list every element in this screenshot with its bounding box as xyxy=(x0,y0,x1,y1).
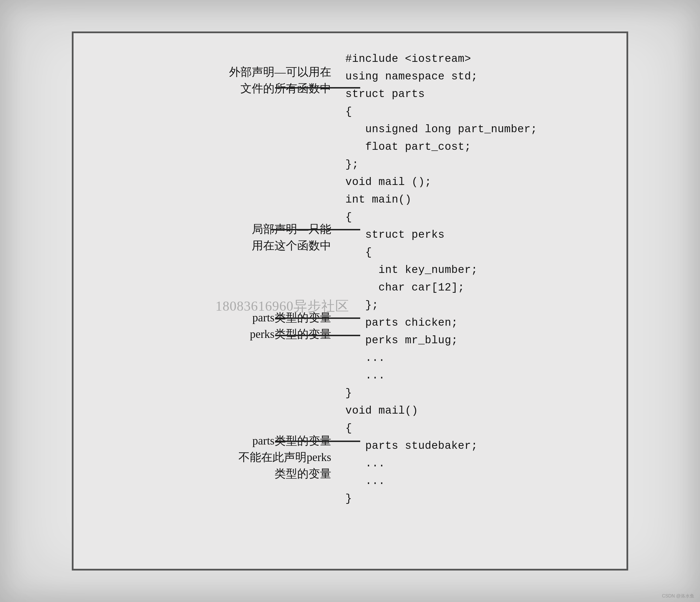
annotation-text: 文件的所有函数中 xyxy=(229,80,331,97)
code-line: int key_number; xyxy=(346,264,478,276)
code-line: ... xyxy=(346,369,385,382)
code-line: unsigned long part_number; xyxy=(346,123,538,135)
code-line: void mail (); xyxy=(346,176,431,188)
figure-content: 外部声明—可以用在 文件的所有函数中 局部声明—只能 用在这个函数中 parts… xyxy=(93,50,607,552)
code-line: #include <iostream> xyxy=(346,53,471,65)
code-line: struct parts xyxy=(346,88,425,100)
figure-panel: 外部声明—可以用在 文件的所有函数中 局部声明—只能 用在这个函数中 parts… xyxy=(72,31,628,571)
code-column: #include <iostream> using namespace std;… xyxy=(340,50,607,552)
page-shadow-frame: 外部声明—可以用在 文件的所有函数中 局部声明—只能 用在这个函数中 parts… xyxy=(0,0,700,602)
annotations-column: 外部声明—可以用在 文件的所有函数中 局部声明—只能 用在这个函数中 parts… xyxy=(93,50,340,552)
code-line: char car[12]; xyxy=(346,282,465,294)
code-line: } xyxy=(346,493,352,505)
code-line: float part_cost; xyxy=(346,141,471,153)
code-line: parts studebaker; xyxy=(346,440,478,452)
code-line: { xyxy=(346,422,352,434)
annotation-parts-perks-vars: parts类型的变量 perks类型的变量 xyxy=(250,310,331,342)
code-line: struct perks xyxy=(346,229,445,241)
code-line: ... xyxy=(346,457,385,470)
code-line: ... xyxy=(346,475,385,487)
code-block: #include <iostream> using namespace std;… xyxy=(346,50,607,507)
code-line: { xyxy=(346,106,352,118)
annotation-local-decl: 局部声明—只能 用在这个函数中 xyxy=(252,221,331,254)
code-line: ... xyxy=(346,352,385,364)
code-line: { xyxy=(346,246,372,258)
connector-line xyxy=(275,441,360,442)
connector-line xyxy=(275,317,360,319)
code-line: int main() xyxy=(346,193,411,206)
code-line: parts chicken; xyxy=(346,317,458,329)
code-line: perks mr_blug; xyxy=(346,334,458,346)
annotation-text: perks类型的变量 xyxy=(250,326,331,342)
annotation-parts-no-perks: parts类型的变量 不能在此声明perks 类型的变量 xyxy=(239,433,331,482)
code-line: void mail() xyxy=(346,404,418,417)
code-line: }; xyxy=(346,158,359,171)
annotation-text: 外部声明—可以用在 xyxy=(229,64,331,80)
code-line: { xyxy=(346,211,352,223)
connector-line xyxy=(271,229,360,230)
source-watermark: CSDN @洛水鱼 xyxy=(662,593,694,599)
connector-line xyxy=(275,335,360,336)
annotation-text: 类型的变量 xyxy=(239,466,331,482)
annotation-external-decl: 外部声明—可以用在 文件的所有函数中 xyxy=(229,64,331,97)
annotation-text: 不能在此声明perks xyxy=(239,449,331,466)
code-line: using namespace std; xyxy=(346,70,478,83)
code-line: }; xyxy=(346,299,379,311)
code-line: } xyxy=(346,387,352,399)
annotation-text: 用在这个函数中 xyxy=(252,237,331,254)
connector-line xyxy=(275,87,360,88)
